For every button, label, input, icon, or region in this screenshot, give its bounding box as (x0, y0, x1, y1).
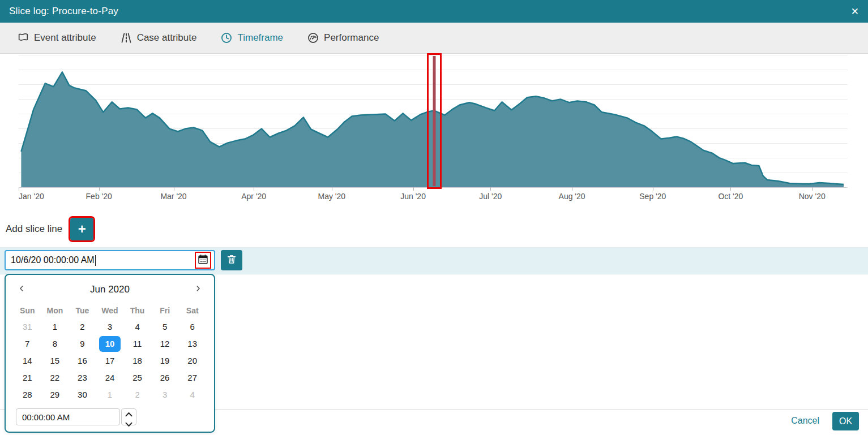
calendar-day[interactable]: 9 (69, 336, 96, 353)
calendar-day-label: 29 (44, 387, 66, 403)
cancel-button[interactable]: Cancel (791, 416, 819, 426)
calendar-day[interactable]: 18 (123, 353, 151, 370)
calendar-day[interactable]: 31 (14, 319, 41, 336)
weekday-label: Wed (96, 303, 124, 318)
calendar-day[interactable]: 8 (41, 336, 69, 353)
calendar-day[interactable]: 5 (151, 319, 179, 336)
calendar-day[interactable]: 15 (41, 353, 69, 370)
tab-event-attribute[interactable]: Event attribute (17, 32, 96, 44)
calendar-day[interactable]: 23 (69, 370, 96, 387)
x-axis-tick (572, 187, 572, 191)
add-slice-button[interactable]: + (70, 218, 93, 240)
calendar-day[interactable]: 16 (69, 353, 96, 370)
date-picker-popup: Jun 2020 SunMonTueWedThuFriSat 311234567… (5, 274, 215, 433)
x-axis-label: Oct '20 (718, 192, 743, 201)
calendar-day-label: 22 (44, 370, 66, 386)
calendar-day[interactable]: 24 (96, 370, 124, 387)
calendar-day[interactable]: 29 (41, 387, 69, 404)
next-month-button[interactable] (190, 282, 206, 298)
time-input[interactable]: 00:00:00 AM (16, 408, 120, 425)
prev-month-button[interactable] (14, 282, 29, 298)
calendar-day[interactable]: 17 (96, 353, 124, 370)
tab-timeframe[interactable]: Timeframe (220, 32, 283, 44)
calendar-day-label: 19 (154, 353, 176, 369)
calendar-day-label: 3 (154, 387, 176, 403)
slice-log-dialog: Slice log: Procure-to-Pay ✕ Event attrib… (0, 0, 868, 435)
calendar-day-label: 12 (154, 336, 176, 352)
calendar-day-label: 2 (127, 387, 148, 403)
calendar-day-label: 24 (99, 370, 121, 386)
time-picker-row: 00:00:00 AM (16, 408, 136, 425)
calendar-day[interactable]: 12 (151, 336, 179, 353)
clock-icon (220, 32, 233, 44)
calendar-day[interactable]: 2 (69, 319, 96, 336)
x-axis-tick (812, 187, 813, 191)
calendar-day-label: 8 (44, 336, 66, 352)
calendar-day[interactable]: 14 (14, 353, 41, 370)
calendar-day-label: 21 (16, 370, 38, 386)
calendar-day-label: 9 (71, 336, 93, 352)
slice-line[interactable] (433, 56, 435, 186)
tab-case-attribute[interactable]: Case attribute (120, 32, 197, 44)
close-icon[interactable]: ✕ (851, 7, 859, 16)
slice-line-highlight-box (427, 53, 442, 189)
time-decrement-button[interactable] (122, 419, 136, 429)
x-axis-tick (99, 187, 100, 191)
calendar-day[interactable]: 6 (178, 319, 206, 336)
slice-datetime-value: 10/6/20 00:00:00 AM (11, 255, 95, 265)
trash-icon (226, 253, 237, 267)
calendar-day-selected[interactable]: 10 (96, 336, 124, 353)
chevron-up-icon (125, 409, 132, 419)
calendar-day-label: 2 (71, 319, 93, 335)
x-axis-tick (413, 187, 414, 191)
calendar-day[interactable]: 3 (151, 387, 179, 404)
calendar-day[interactable]: 3 (96, 319, 124, 336)
calendar-day[interactable]: 21 (14, 370, 41, 387)
slice-datetime-input[interactable]: 10/6/20 00:00:00 AM (5, 250, 215, 270)
calendar-day[interactable]: 27 (178, 370, 206, 387)
tab-performance[interactable]: Performance (307, 32, 379, 44)
calendar-picker-button[interactable] (196, 253, 210, 268)
tab-label: Timeframe (237, 32, 283, 44)
weekday-label: Sun (14, 303, 41, 318)
weekday-label: Fri (151, 303, 179, 318)
calendar-day-label: 1 (44, 319, 66, 335)
ok-button[interactable]: OK (832, 412, 859, 430)
calendar-day-label: 11 (127, 336, 148, 352)
calendar-day[interactable]: 4 (178, 387, 206, 404)
time-increment-button[interactable] (122, 409, 136, 419)
calendar-day-label: 4 (127, 319, 148, 335)
x-axis-tick (490, 187, 491, 191)
calendar-day[interactable]: 1 (41, 319, 69, 336)
calendar-icon (197, 253, 209, 268)
x-axis-label: Jun '20 (400, 192, 426, 201)
calendar-day-label: 17 (99, 353, 121, 369)
calendar-day[interactable]: 28 (14, 387, 41, 404)
calendar-day[interactable]: 4 (123, 319, 151, 336)
calendar-day[interactable]: 2 (123, 387, 151, 404)
calendar-day[interactable]: 13 (178, 336, 206, 353)
calendar-day[interactable]: 1 (96, 387, 124, 404)
calendar-day[interactable]: 22 (41, 370, 69, 387)
delete-slice-button[interactable] (221, 250, 242, 270)
weekday-label: Sat (178, 303, 206, 318)
x-axis-label: Apr '20 (241, 192, 266, 201)
calendar-day[interactable]: 19 (151, 353, 179, 370)
calendar-day-label: 30 (71, 387, 93, 403)
calendar-day-grid: 3112345678910111213141516171819202122232… (14, 319, 206, 404)
x-axis-label: May '20 (318, 192, 346, 201)
calendar-day[interactable]: 20 (178, 353, 206, 370)
x-axis-label: Jan '20 (19, 192, 44, 201)
calendar-day[interactable]: 26 (151, 370, 179, 387)
timeframe-area-chart[interactable] (19, 55, 848, 188)
chevron-left-icon (17, 284, 26, 295)
calendar-day[interactable]: 11 (123, 336, 151, 353)
road-icon (120, 32, 132, 44)
calendar-month-label: Jun 2020 (29, 284, 190, 295)
calendar-day[interactable]: 7 (14, 336, 41, 353)
calendar-day[interactable]: 30 (69, 387, 96, 404)
calendar-day[interactable]: 25 (123, 370, 151, 387)
add-slice-label: Add slice line (6, 223, 62, 235)
dialog-titlebar: Slice log: Procure-to-Pay ✕ (0, 0, 868, 23)
calendar-day-label: 25 (127, 370, 148, 386)
